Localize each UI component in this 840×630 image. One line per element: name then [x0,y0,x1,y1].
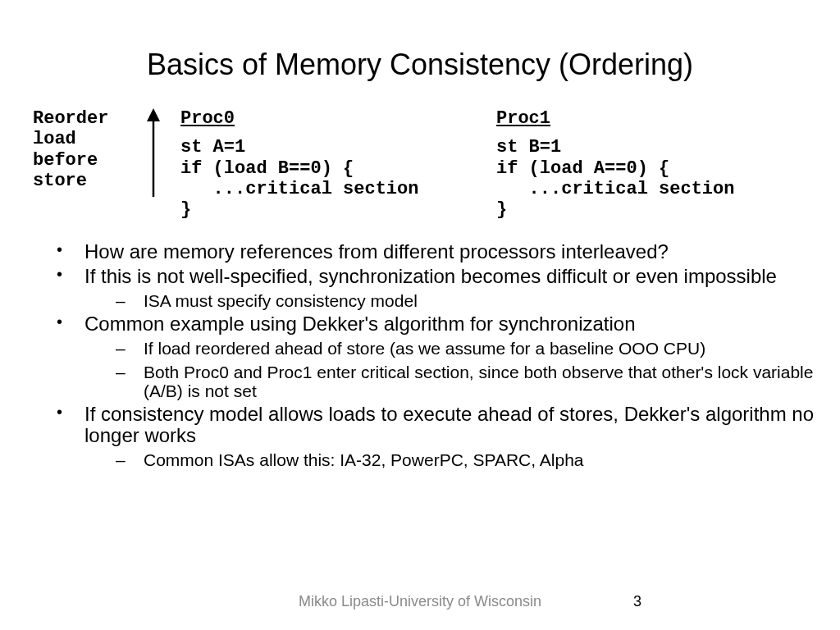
slide-footer: Mikko Lipasti-University of Wisconsin 3 [0,593,840,610]
bullet-list: How are memory references from different… [45,241,815,470]
bullet-item: If this is not well-specified, synchroni… [45,266,815,311]
sub-bullet-item: Both Proc0 and Proc1 enter critical sect… [104,363,815,400]
proc1-body: st B=1 if (load A==0) { ...critical sect… [496,137,734,220]
svg-marker-1 [147,108,160,121]
reorder-arrow-icon [144,108,163,199]
code-example-area: Reorder load before store Proc0 st A=1 i… [33,102,832,241]
bullet-text: If this is not well-specified, synchroni… [84,265,777,287]
slide-title: Basics of Memory Consistency (Ordering) [0,0,840,102]
proc0-code: Proc0 st A=1 if (load B==0) { ...critica… [180,108,418,220]
reorder-annotation: Reorder load before store [33,108,108,191]
proc0-body: st A=1 if (load B==0) { ...critical sect… [180,137,418,220]
bullet-item: Common example using Dekker's algorithm … [45,313,815,400]
proc1-header: Proc1 [496,108,550,129]
footer-credit: Mikko Lipasti-University of Wisconsin [299,593,541,609]
bullet-item: If consistency model allows loads to exe… [45,404,815,469]
bullet-item: How are memory references from different… [45,241,815,262]
page-number: 3 [633,593,641,610]
bullet-text: Common example using Dekker's algorithm … [84,313,636,335]
bullet-text: If consistency model allows loads to exe… [84,403,814,446]
sub-bullet-item: If load reordered ahead of store (as we … [104,340,815,358]
sub-bullet-item: ISA must specify consistency model [104,292,815,311]
proc0-header: Proc0 [180,108,235,129]
proc1-code: Proc1 st B=1 if (load A==0) { ...critica… [496,108,734,220]
sub-bullet-item: Common ISAs allow this: IA-32, PowerPC, … [104,451,815,470]
